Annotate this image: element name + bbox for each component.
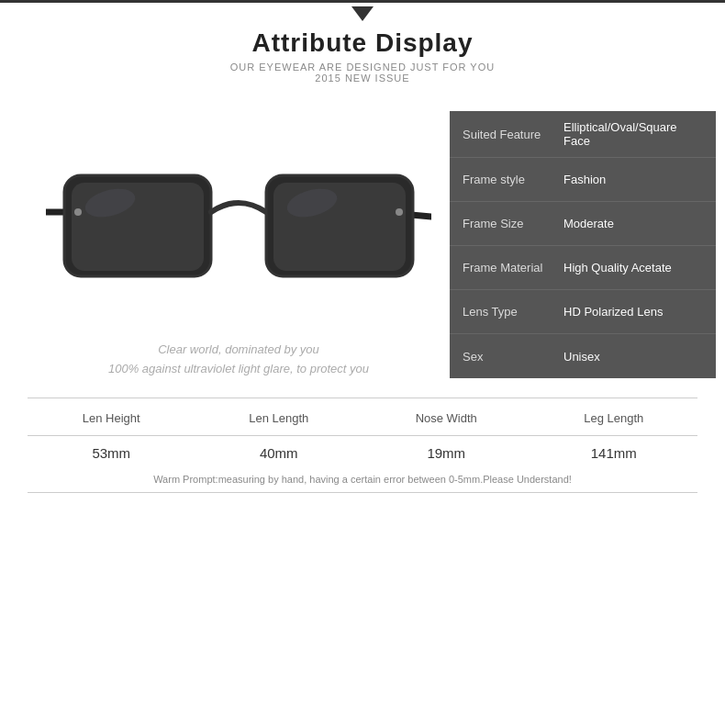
warm-prompt: Warm Prompt:measuring by hand, having a … bbox=[28, 468, 697, 492]
attribute-label: Frame Material bbox=[463, 261, 563, 274]
svg-rect-3 bbox=[72, 183, 204, 271]
attribute-value: Fashion bbox=[563, 173, 703, 186]
attribute-label: Suited Feature bbox=[463, 128, 563, 141]
attribute-value: Elliptical/Oval/Square Face bbox=[563, 120, 703, 148]
glasses-image bbox=[46, 129, 431, 313]
measurements-section: Len HeightLen LengthNose WidthLeg Length… bbox=[28, 398, 697, 493]
glasses-area: Clear world, dominated by you 100% again… bbox=[28, 111, 450, 379]
attribute-row: Frame styleFashion bbox=[450, 158, 716, 202]
measurement-column-header: Leg Length bbox=[530, 409, 698, 426]
attribute-label: Sex bbox=[463, 350, 563, 364]
attribute-value: Unisex bbox=[563, 350, 703, 364]
main-content: Clear world, dominated by you 100% again… bbox=[0, 111, 725, 379]
attribute-label: Frame style bbox=[463, 173, 563, 186]
svg-point-9 bbox=[396, 208, 403, 216]
measurement-column-header: Len Length bbox=[195, 409, 363, 426]
glasses-caption: Clear world, dominated by you 100% again… bbox=[108, 341, 369, 379]
measurements-values: 53mm40mm19mm141mm bbox=[28, 436, 697, 468]
measurement-value: 40mm bbox=[195, 445, 363, 461]
measurement-column-header: Len Height bbox=[28, 409, 195, 426]
attribute-row: Frame SizeModerate bbox=[450, 202, 716, 246]
page-title: Attribute Display bbox=[0, 28, 725, 58]
measurement-value: 19mm bbox=[362, 445, 530, 461]
measurement-value: 141mm bbox=[530, 445, 698, 461]
attribute-value: High Quality Acetate bbox=[563, 261, 703, 274]
attribute-label: Lens Type bbox=[463, 305, 563, 319]
measurement-column-header: Nose Width bbox=[362, 409, 530, 426]
header: Attribute Display OUR EYEWEAR ARE DESIGN… bbox=[0, 28, 725, 84]
attribute-row: SexUnisex bbox=[450, 334, 716, 378]
attribute-row: Lens TypeHD Polarized Lens bbox=[450, 290, 716, 334]
attribute-value: Moderate bbox=[563, 217, 703, 230]
attribute-value: HD Polarized Lens bbox=[563, 305, 703, 319]
svg-point-8 bbox=[74, 208, 82, 216]
measurements-header: Len HeightLen LengthNose WidthLeg Length bbox=[28, 409, 697, 436]
attribute-row: Frame MaterialHigh Quality Acetate bbox=[450, 246, 716, 290]
attribute-label: Frame Size bbox=[463, 217, 563, 230]
attribute-row: Suited FeatureElliptical/Oval/Square Fac… bbox=[450, 111, 716, 158]
measurement-value: 53mm bbox=[28, 445, 195, 461]
header-subtitle: OUR EYEWEAR ARE DESIGNED JUST FOR YOU 20… bbox=[0, 62, 725, 84]
attribute-table: Suited FeatureElliptical/Oval/Square Fac… bbox=[450, 111, 716, 378]
arrow-down-icon bbox=[0, 3, 725, 21]
svg-rect-6 bbox=[273, 183, 406, 271]
